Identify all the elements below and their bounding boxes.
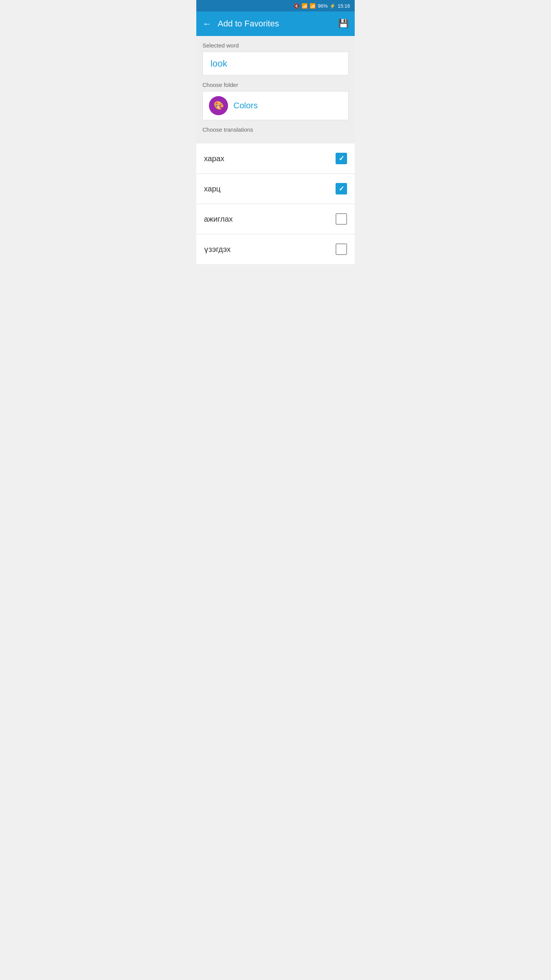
translation-text-3: үзэгдэх <box>204 245 231 254</box>
translation-checkbox-3[interactable] <box>336 243 347 255</box>
translation-text-2: ажиглах <box>204 215 233 224</box>
time-text: 15:16 <box>337 3 350 9</box>
palette-icon: 🎨 <box>214 101 224 111</box>
folder-name: Colors <box>233 101 258 111</box>
translation-text-1: харц <box>204 185 220 193</box>
translations-list: харах харц ажиглах үзэгдэх <box>196 144 355 264</box>
folder-icon-circle: 🎨 <box>209 96 228 115</box>
translations-label: Choose translations <box>202 126 349 137</box>
choose-folder-label: Choose folder <box>202 82 349 88</box>
main-content: Selected word look Choose folder 🎨 Color… <box>196 36 355 144</box>
status-icons: 🔇 📶 📶 96% ⚡ 15:16 <box>293 3 350 9</box>
battery-icon: ⚡ <box>329 3 336 9</box>
battery-text: 96% <box>318 3 328 9</box>
signal-icon: 📶 <box>310 3 316 9</box>
translation-text-0: харах <box>204 154 224 163</box>
page-title: Add to Favorites <box>218 19 279 29</box>
translation-item-2[interactable]: ажиглах <box>196 204 355 234</box>
selected-word-value: look <box>210 58 227 69</box>
status-bar: 🔇 📶 📶 96% ⚡ 15:16 <box>196 0 355 11</box>
app-bar: ← Add to Favorites 💾 <box>196 11 355 36</box>
selected-word-input[interactable]: look <box>202 52 349 75</box>
back-button[interactable]: ← <box>202 18 212 29</box>
mute-icon: 🔇 <box>293 3 300 9</box>
translation-item-1[interactable]: харц <box>196 174 355 204</box>
translation-checkbox-0[interactable] <box>336 153 347 164</box>
translation-item-3[interactable]: үзэгдэх <box>196 234 355 264</box>
save-button[interactable]: 💾 <box>338 19 349 29</box>
translation-checkbox-1[interactable] <box>336 183 347 194</box>
wifi-icon: 📶 <box>302 3 308 9</box>
translation-checkbox-2[interactable] <box>336 213 347 225</box>
app-bar-left: ← Add to Favorites <box>202 18 279 29</box>
selected-word-label: Selected word <box>202 42 349 49</box>
translation-item-0[interactable]: харах <box>196 144 355 174</box>
folder-selector[interactable]: 🎨 Colors <box>202 91 349 120</box>
